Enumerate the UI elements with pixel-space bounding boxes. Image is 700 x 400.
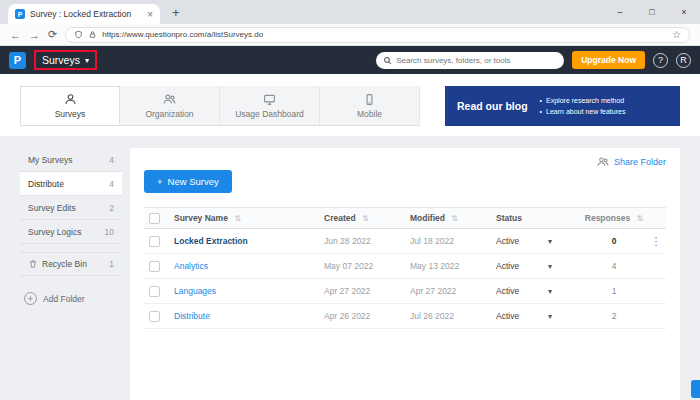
chat-widget[interactable] (691, 380, 700, 398)
sort-icon[interactable]: ⇅ (451, 214, 458, 223)
status-badge: Active (496, 261, 548, 271)
avatar[interactable]: R (676, 53, 691, 68)
survey-name-link[interactable]: Languages (174, 286, 324, 296)
bullet-icon: • (540, 97, 542, 104)
person-icon (64, 93, 77, 106)
search-icon (383, 56, 392, 65)
folders-sidebar: My Surveys 4 Distribute 4 Survey Edits 2… (20, 148, 122, 400)
tab-mobile[interactable]: Mobile (320, 86, 420, 125)
responses-count: 1 (582, 286, 646, 296)
people-icon (597, 156, 609, 168)
table-row[interactable]: Distribute Apr 26 2022 Jul 26 2022 Activ… (144, 304, 666, 329)
sidebar-item-survey-edits[interactable]: Survey Edits 2 (20, 196, 122, 220)
sidebar-item-label: Recycle Bin (42, 259, 87, 269)
share-folder-button[interactable]: Share Folder (597, 156, 666, 168)
sidebar-item-recycle-bin[interactable]: Recycle Bin 1 (20, 252, 122, 276)
blog-bullet: • Learn about new features (540, 108, 626, 115)
row-checkbox[interactable] (149, 261, 160, 272)
blog-banner[interactable]: Read our blog • Explore research method … (445, 86, 680, 126)
panel-top-bar: Share Folder (144, 156, 666, 168)
tab-label: Organization (145, 109, 193, 119)
forward-icon[interactable]: → (29, 29, 40, 41)
status-dropdown-caret-icon[interactable]: ▾ (548, 262, 582, 271)
tab-organization[interactable]: Organization (120, 86, 220, 125)
row-menu-kebab-icon[interactable]: ⋮ (646, 235, 666, 248)
product-menu-label: Surveys (42, 54, 80, 66)
tab-usage-dashboard[interactable]: Usage Dashboard (220, 86, 320, 125)
monitor-icon (263, 93, 276, 106)
status-dropdown-caret-icon[interactable]: ▾ (548, 287, 582, 296)
sidebar-item-distribute[interactable]: Distribute 4 (20, 172, 122, 196)
new-tab-icon[interactable]: + (172, 5, 180, 20)
sidebar-item-count: 2 (109, 203, 114, 213)
browser-toolbar: ← → ⟳ https://www.questionpro.com/a/list… (0, 24, 700, 46)
search-input[interactable] (396, 56, 557, 65)
table-header-row: Survey Name ⇅ Created ⇅ Modified ⇅ Statu… (144, 207, 666, 229)
browser-tab-title: Survey : Locked Extraction (30, 9, 142, 19)
lock-icon[interactable] (88, 30, 97, 39)
row-checkbox[interactable] (149, 311, 160, 322)
shield-icon[interactable] (74, 30, 83, 39)
tab-close-icon[interactable]: × (147, 9, 153, 20)
bookmark-star-icon[interactable]: ☆ (672, 29, 681, 40)
sidebar-item-label: My Surveys (28, 155, 72, 165)
favicon: P (15, 9, 25, 19)
modified-date: Jul 26 2022 (410, 311, 496, 321)
surveys-table: Survey Name ⇅ Created ⇅ Modified ⇅ Statu… (144, 207, 666, 329)
table-row[interactable]: Languages Apr 27 2022 Apr 27 2022 Active… (144, 279, 666, 304)
responses-count: 4 (582, 261, 646, 271)
plus-icon: + (157, 176, 163, 187)
add-folder-button[interactable]: + Add Folder (20, 292, 122, 305)
global-search[interactable] (376, 52, 564, 69)
questionpro-logo[interactable]: P (9, 52, 26, 69)
tab-surveys[interactable]: Surveys (20, 86, 120, 125)
browser-tabstrip: P Survey : Locked Extraction × + – □ × (0, 0, 700, 24)
blog-bullet-text: Learn about new features (546, 108, 625, 115)
section-row: Surveys Organization Usage Dashboard Mob… (20, 86, 680, 126)
survey-name-link[interactable]: Analytics (174, 261, 324, 271)
upgrade-now-button[interactable]: Upgrade Now (572, 51, 645, 69)
column-header-responses: Responses ⇅ (582, 213, 646, 223)
people-icon (163, 93, 176, 106)
column-header-label: Responses (585, 213, 630, 223)
status-dropdown-caret-icon[interactable]: ▾ (548, 237, 582, 246)
reload-icon[interactable]: ⟳ (48, 28, 57, 41)
sort-icon[interactable]: ⇅ (637, 214, 644, 223)
plus-circle-icon: + (24, 292, 37, 305)
sort-icon[interactable]: ⇅ (234, 214, 241, 223)
column-header-status: Status (496, 213, 548, 223)
back-icon[interactable]: ← (10, 29, 21, 41)
surveys-product-menu[interactable]: Surveys ▾ (34, 50, 97, 70)
browser-tab[interactable]: P Survey : Locked Extraction × (8, 4, 160, 24)
table-row[interactable]: Analytics May 07 2022 May 13 2022 Active… (144, 254, 666, 279)
created-date: Apr 27 2022 (324, 286, 410, 296)
sort-icon[interactable]: ⇅ (362, 214, 369, 223)
table-row[interactable]: Locked Extraction Jun 28 2022 Jul 18 202… (144, 229, 666, 254)
row-checkbox[interactable] (149, 286, 160, 297)
modified-date: Apr 27 2022 (410, 286, 496, 296)
minimize-icon[interactable]: – (604, 0, 636, 24)
status-badge: Active (496, 236, 548, 246)
column-header-created: Created ⇅ (324, 213, 410, 223)
survey-name-link[interactable]: Locked Extraction (174, 236, 324, 246)
close-icon[interactable]: × (668, 0, 700, 24)
url-bar[interactable]: https://www.questionpro.com/a/listSurvey… (65, 27, 690, 43)
sidebar-item-survey-logics[interactable]: Survey Logics 10 (20, 220, 122, 244)
new-survey-label: New Survey (168, 176, 219, 187)
sidebar-item-my-surveys[interactable]: My Surveys 4 (20, 148, 122, 172)
sidebar-item-count: 10 (105, 227, 114, 237)
responses-count: 0 (582, 236, 646, 246)
column-header-label: Created (324, 213, 356, 223)
row-checkbox[interactable] (149, 236, 160, 247)
tab-label: Usage Dashboard (235, 109, 304, 119)
maximize-icon[interactable]: □ (636, 0, 668, 24)
survey-name-link[interactable]: Distribute (174, 311, 324, 321)
trash-icon (28, 259, 38, 269)
blog-bullet: • Explore research method (540, 97, 626, 104)
app-header: P Surveys ▾ Upgrade Now ? R (0, 46, 700, 74)
modified-date: May 13 2022 (410, 261, 496, 271)
help-button[interactable]: ? (653, 53, 668, 68)
new-survey-button[interactable]: + New Survey (144, 170, 232, 193)
status-dropdown-caret-icon[interactable]: ▾ (548, 312, 582, 321)
select-all-checkbox[interactable] (149, 213, 160, 224)
